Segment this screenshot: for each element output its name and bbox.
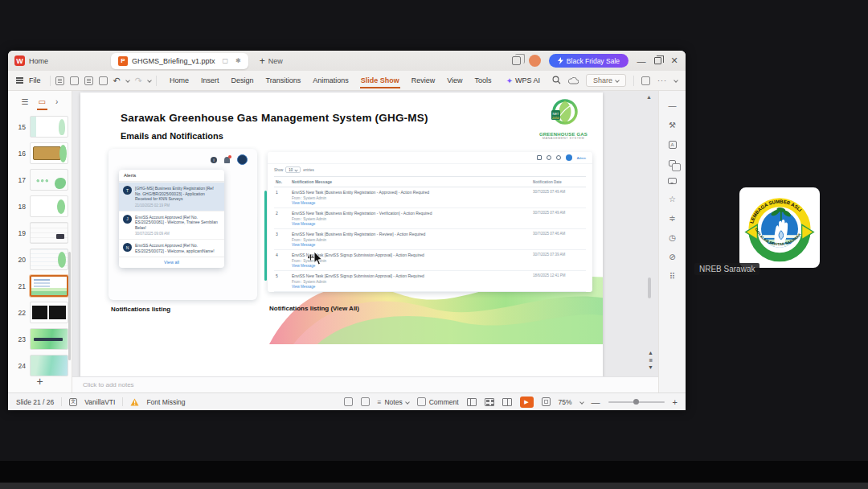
apps-grid-icon[interactable]: ⠿ xyxy=(669,273,675,281)
font-missing-label[interactable]: Font Missing xyxy=(146,398,185,406)
notification-row: 1 EnviSS New Task [Business Entity Regis… xyxy=(274,187,586,208)
undo-dropdown-icon[interactable] xyxy=(125,78,130,83)
tools-icon[interactable]: ⚒ xyxy=(669,121,676,129)
participant-video-tile[interactable]: LEMBAGA SUMBER ASLI DAN ALAM SEKITAR SAR… xyxy=(736,186,823,269)
account-avatar[interactable] xyxy=(529,55,541,67)
menu-item-view[interactable]: View xyxy=(446,74,463,87)
add-slide-button[interactable]: + xyxy=(8,375,72,388)
scroll-up-icon[interactable]: ▲ xyxy=(646,94,652,100)
slide-nav-icon[interactable]: ≣ xyxy=(649,357,653,363)
menu-item-insert[interactable]: Insert xyxy=(200,74,220,87)
new-tab-button[interactable]: + New xyxy=(260,55,283,67)
restore-button[interactable] xyxy=(654,57,661,64)
reading-view-icon[interactable] xyxy=(502,398,512,406)
canvas-scrollbar[interactable] xyxy=(648,277,651,298)
file-menu[interactable]: File xyxy=(29,76,41,84)
slideshow-play-button[interactable]: ▶ xyxy=(520,397,534,408)
slide-thumbnail[interactable]: 21 xyxy=(8,273,72,299)
outline-view-icon[interactable]: ☰ xyxy=(22,97,29,106)
menu-item-review[interactable]: Review xyxy=(411,74,436,87)
previous-slide-icon[interactable]: ▲ xyxy=(648,350,653,355)
print-icon[interactable] xyxy=(84,76,93,85)
close-button[interactable]: ✕ xyxy=(669,55,679,66)
slide-thumbnail[interactable]: 16 xyxy=(8,140,72,166)
translate-icon[interactable]: A xyxy=(669,141,677,149)
history-clock-icon[interactable]: ◷ xyxy=(669,234,676,242)
fit-slide-icon[interactable] xyxy=(542,397,551,406)
zoom-dropdown-icon[interactable] xyxy=(579,400,584,405)
col-message: Notification Message xyxy=(290,177,531,187)
tab-document[interactable]: P GHGMS_Briefing_v1.pptx ▢ ✱ xyxy=(111,53,248,69)
share-button[interactable]: Share xyxy=(586,74,626,87)
wps-ai-button[interactable]: ✦ WPS AI xyxy=(506,76,540,85)
slide-thumbnail[interactable]: 23 xyxy=(8,326,72,352)
notes-dropdown-icon xyxy=(405,400,410,405)
undo-icon[interactable]: ↶ xyxy=(113,76,121,86)
cloud-sync-icon[interactable] xyxy=(568,77,579,84)
zoom-in-button[interactable]: + xyxy=(673,397,678,407)
notification-message: EnviSS New Task [EnviSS Signup Submissio… xyxy=(292,253,530,257)
slide-21[interactable]: Sarawak Greenhouse Gas Management System… xyxy=(80,92,603,378)
taskbar-strip xyxy=(0,483,868,489)
thumbnail-list: 15 16 17 18 19 20 21 22 23 24 xyxy=(8,112,72,379)
row-number: 4 xyxy=(274,250,290,271)
thumbnail-scrollbar[interactable] xyxy=(68,252,71,360)
qa-more-icon[interactable] xyxy=(147,78,152,83)
notes-pane[interactable]: Click to add notes xyxy=(72,376,658,392)
language-label[interactable]: VanillaVTI xyxy=(84,398,115,406)
menu-item-slide-show[interactable]: Slide Show xyxy=(360,74,400,87)
collapse-ribbon-icon[interactable] xyxy=(674,78,678,83)
zoom-slider[interactable] xyxy=(608,401,665,403)
settings-sliders-icon[interactable]: ≑ xyxy=(669,215,675,223)
mouse-cursor xyxy=(307,250,323,266)
zoom-out-button[interactable]: — xyxy=(592,397,600,407)
handout-icon[interactable] xyxy=(361,397,370,406)
bottom-black-band xyxy=(0,461,868,483)
thumbnail-preview xyxy=(30,222,68,244)
panel-collapse-icon[interactable]: › xyxy=(55,97,58,106)
nreb-sarawak-logo-icon: LEMBAGA SUMBER ASLI DAN ALAM SEKITAR SAR… xyxy=(743,191,817,265)
slide-thumbnail[interactable]: 19 xyxy=(8,220,72,246)
notification-row: 3 EnviSS New Task [Business Entity Regis… xyxy=(274,229,586,250)
black-friday-sale-button[interactable]: Black Friday Sale xyxy=(549,54,628,68)
comment-button[interactable]: Comment xyxy=(417,397,459,406)
export-icon[interactable] xyxy=(70,76,79,85)
slide-thumbnail[interactable]: 22 xyxy=(8,299,72,326)
help-circle-icon[interactable]: ⊘ xyxy=(669,253,675,261)
slide-view-icon[interactable]: ▭ xyxy=(39,97,46,106)
slide-thumbnail[interactable]: 18 xyxy=(8,193,72,220)
zoom-slider-knob[interactable] xyxy=(633,399,639,405)
notes-toggle[interactable]: ≡ Notes xyxy=(378,398,409,406)
spellcheck-icon[interactable] xyxy=(344,397,353,406)
unsaved-dot-icon: ✱ xyxy=(235,57,241,64)
task-window-icon[interactable] xyxy=(641,76,650,85)
minimize-button[interactable]: — xyxy=(637,56,646,66)
alert-date: 21/10/2025 02:19 PM xyxy=(135,203,220,208)
search-icon[interactable] xyxy=(552,76,561,86)
menu-item-home[interactable]: Home xyxy=(169,74,190,87)
collapse-sidebar-icon[interactable]: — xyxy=(669,102,677,110)
menu-item-animations[interactable]: Animations xyxy=(312,74,350,87)
menu-item-design[interactable]: Design xyxy=(230,74,254,87)
menu-item-transitions[interactable]: Transitions xyxy=(265,74,302,87)
slide-thumbnail[interactable]: 20 xyxy=(8,246,72,273)
alerts-header: Alerts xyxy=(119,170,224,182)
redo-icon[interactable]: ↷ xyxy=(135,76,142,86)
slide-thumbnail[interactable]: 15 xyxy=(8,113,72,140)
status-bar: Slide 21 / 26 文 VanillaVTI Font Missing … xyxy=(8,392,686,410)
print-preview-icon[interactable] xyxy=(99,76,108,85)
zoom-level[interactable]: 75% xyxy=(559,398,572,406)
slide-sorter-icon[interactable] xyxy=(485,398,494,406)
save-icon[interactable] xyxy=(55,76,64,85)
normal-view-icon[interactable] xyxy=(467,398,477,406)
tab-home[interactable]: W Home xyxy=(14,55,111,66)
comment-panel-icon[interactable] xyxy=(668,178,677,184)
shapes-icon[interactable] xyxy=(669,160,676,166)
menu-item-tools[interactable]: Tools xyxy=(474,74,493,87)
next-slide-icon[interactable]: ▼ xyxy=(648,364,653,370)
notes-label: Notes xyxy=(384,398,402,406)
more-options-icon[interactable]: ··· xyxy=(657,76,667,84)
window-manager-icon[interactable] xyxy=(512,56,521,65)
slide-thumbnail[interactable]: 17 xyxy=(8,166,72,193)
favorites-star-icon[interactable]: ☆ xyxy=(669,195,676,203)
